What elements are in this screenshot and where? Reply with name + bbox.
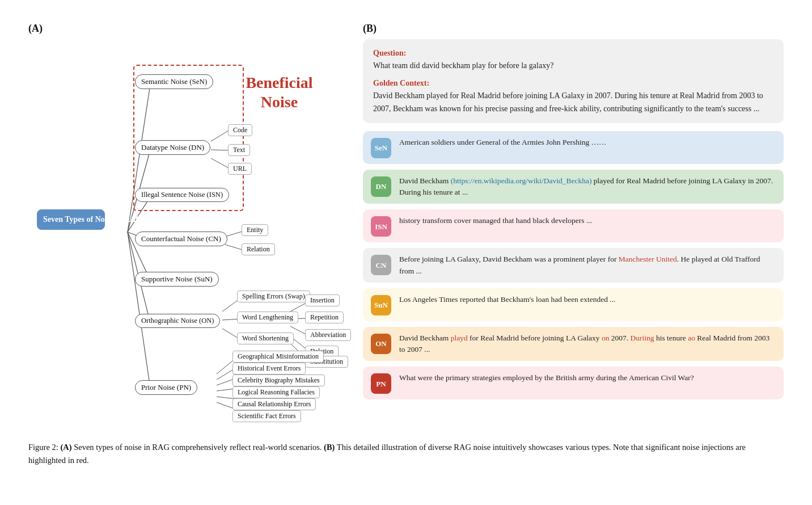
beneficial-noise-label: BeneficialNoise <box>238 73 320 111</box>
entity-leaf: Entity <box>242 224 268 236</box>
dn-row: DN David Beckham (https://en.wikipedia.o… <box>363 170 784 204</box>
prior-node: Prior Noise (PN) <box>135 380 197 395</box>
orthographic-node: Orthographic Noise (ON) <box>135 314 220 328</box>
hist-leaf: Historical Event Errors <box>232 363 306 374</box>
on-red1: playd <box>451 334 468 342</box>
tree-area: BeneficialNoise Seven Types of Noise in … <box>28 39 346 425</box>
on-red4: ao <box>688 334 695 342</box>
spelling-leaf: Spelling Errors (Swap) <box>237 291 310 302</box>
geo-leaf: Geographical Misinformation <box>232 351 324 363</box>
abbreviation-leaf: Abbreviation <box>305 329 351 341</box>
on-red2: on <box>602 334 610 342</box>
cn-text: Before joining LA Galaxy, David Beckham … <box>399 254 776 277</box>
on-row: ON David Beckham playd for Real Madrid b… <box>363 327 784 361</box>
illegal-node: Illegal Sentence Noise (ISN) <box>135 188 229 202</box>
panel-a: (A) <box>28 23 346 425</box>
datatype-node: Datatype Noise (DN) <box>135 140 210 155</box>
figure-caption: Figure 2: (A) Seven types of noise in RA… <box>28 441 784 467</box>
semantic-node: Semantic Noise (SeN) <box>135 74 213 89</box>
panels: (A) <box>28 23 784 425</box>
main-container: (A) <box>28 23 784 467</box>
question-box: Question: What team did david beckham pl… <box>363 39 784 123</box>
sen-text: American soldiers under General of the A… <box>399 137 776 148</box>
sci-leaf: Scientific Fact Errors <box>232 410 301 422</box>
panel-b: (B) Question: What team did david beckha… <box>363 23 784 405</box>
sen-badge: SeN <box>371 138 391 158</box>
pn-row: PN What were the primary strategies empl… <box>363 367 784 399</box>
sun-text: Los Angeles Times reported that Beckham'… <box>399 294 776 305</box>
insertion-leaf: Insertion <box>305 294 340 306</box>
relation-leaf: Relation <box>242 243 275 255</box>
supportive-node: Supportive Noise (SuN) <box>135 272 219 287</box>
caption-a-bold: (A) <box>60 443 71 452</box>
dn-text: David Beckham (https://en.wikipedia.org/… <box>399 175 776 199</box>
caption-b-bold: (B) <box>324 443 335 452</box>
question-text: What team did david beckham play for bef… <box>373 60 773 72</box>
isn-text: history transform cover managed that han… <box>399 215 776 226</box>
cn-red: Manchester United <box>619 255 677 263</box>
repetition-leaf: Repetition <box>305 312 344 323</box>
code-leaf: Code <box>228 124 252 136</box>
url-leaf: URL <box>228 163 252 175</box>
on-badge: ON <box>371 334 391 354</box>
dn-badge: DN <box>371 176 391 197</box>
logic-leaf: Logical Reasoning Fallacies <box>232 386 320 398</box>
panel-a-label: (A) <box>28 23 346 35</box>
pn-badge: PN <box>371 373 391 394</box>
sun-badge: SuN <box>371 295 391 315</box>
sun-row: SuN Los Angeles Times reported that Beck… <box>363 288 784 321</box>
word-lengthening-leaf: Word Lengthening <box>237 312 298 323</box>
on-red3: Duriing <box>631 334 654 342</box>
text-leaf: Text <box>228 144 250 156</box>
golden-context-text: David Beckham played for Real Madrid bef… <box>373 90 773 115</box>
causal-leaf: Causal Relationship Errors <box>232 398 316 410</box>
root-node: Seven Types of Noise in RAG <box>37 209 105 230</box>
question-label: Question: <box>373 47 773 60</box>
celeb-leaf: Celebrity Biography Mistakes <box>232 374 325 386</box>
word-shortening-leaf: Word Shortening <box>237 333 294 344</box>
pn-text: What were the primary strategies employe… <box>399 372 776 384</box>
cn-badge: CN <box>371 255 391 275</box>
panel-b-label: (B) <box>363 23 784 35</box>
counterfactual-node: Counterfactual Noise (CN) <box>135 232 227 246</box>
isn-row: ISN history transform cover managed that… <box>363 209 784 242</box>
dn-link: (https://en.wikipedia.org/wiki/David_Bec… <box>451 176 592 185</box>
isn-badge: ISN <box>371 216 391 237</box>
golden-context-label: Golden Context: <box>373 77 773 90</box>
on-text: David Beckham playd for Real Madrid befo… <box>399 333 776 356</box>
cn-row: CN Before joining LA Galaxy, David Beckh… <box>363 248 784 283</box>
sen-row: SeN American soldiers under General of t… <box>363 131 784 164</box>
